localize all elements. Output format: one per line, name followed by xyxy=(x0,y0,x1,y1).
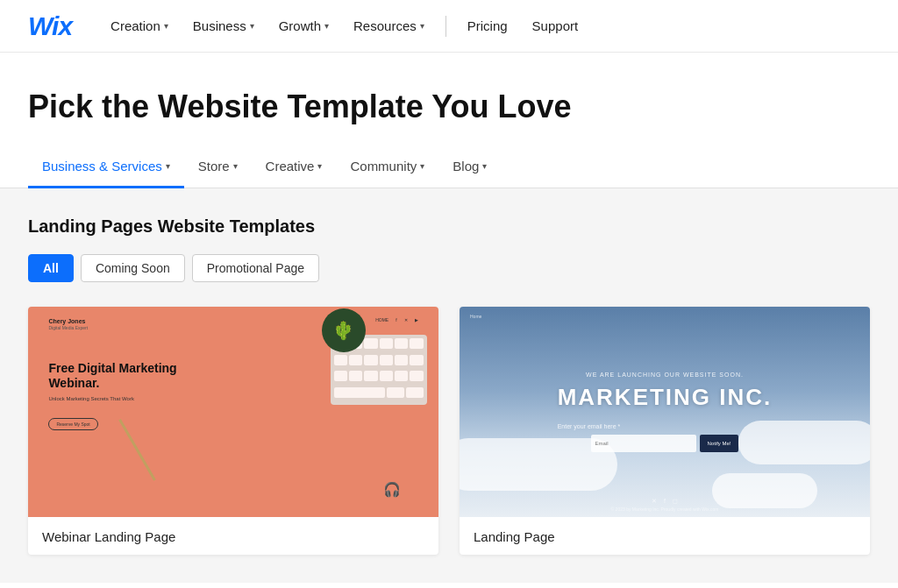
keyboard-key xyxy=(406,387,424,398)
social-instagram-icon: ◻ xyxy=(673,498,678,505)
chevron-down-icon: ▾ xyxy=(317,161,322,171)
chevron-down-icon: ▾ xyxy=(324,21,329,31)
nav-business[interactable]: Business ▾ xyxy=(182,11,265,40)
webinar-social-tw: ✕ xyxy=(404,317,408,322)
webinar-social-fb: f xyxy=(396,317,396,322)
page-title: Pick the Website Template You Love xyxy=(28,88,870,125)
template-grid: Chery Jones Digital Media Expert HOME f … xyxy=(28,307,870,555)
chevron-down-icon: ▾ xyxy=(250,21,254,31)
keyboard-key xyxy=(395,338,408,349)
webinar-accessories-decoration: 🎧 xyxy=(383,481,401,498)
marketing-preview: Home WE ARE LAUNCHING OUR WEBSITE SOON. … xyxy=(460,307,870,517)
webinar-subtext: Unlock Marketing Secrets That Work xyxy=(48,396,176,401)
template-name-webinar: Webinar Landing Page xyxy=(28,517,438,555)
category-tabs: Business & Services ▾ Store ▾ Creative ▾… xyxy=(0,146,898,188)
marketing-header: Home xyxy=(470,314,481,319)
marketing-footer-text: © 2023 by Marketing Inc. Proudly created… xyxy=(611,507,719,512)
keyboard-key xyxy=(395,355,408,365)
tab-blog[interactable]: Blog ▾ xyxy=(438,146,501,188)
keyboard-key xyxy=(380,355,393,365)
keyboard-key xyxy=(387,387,404,398)
filter-promotional-button[interactable]: Promotional Page xyxy=(192,254,319,282)
main-content: Landing Pages Website Templates All Comi… xyxy=(0,188,898,583)
wix-logo[interactable]: Wix xyxy=(28,11,72,41)
chevron-down-icon: ▾ xyxy=(420,161,424,171)
social-twitter-icon: ✕ xyxy=(652,498,657,505)
tab-creative[interactable]: Creative ▾ xyxy=(252,146,337,188)
chevron-down-icon: ▾ xyxy=(164,21,168,31)
webinar-nav: HOME f ✕ ▶ xyxy=(375,317,417,322)
keyboard-key xyxy=(349,371,362,381)
nav-divider xyxy=(445,16,446,37)
section-title: Landing Pages Website Templates xyxy=(28,216,870,237)
marketing-social-icons: ✕ f ◻ xyxy=(652,498,678,505)
keyboard-key xyxy=(380,371,393,381)
nav-support[interactable]: Support xyxy=(522,11,589,40)
marketing-notify-button: Notify Me! xyxy=(700,435,738,452)
keyboard-key xyxy=(410,355,423,365)
webinar-preview-inner: Chery Jones Digital Media Expert HOME f … xyxy=(48,317,417,507)
keyboard-key xyxy=(410,338,423,349)
template-card-webinar[interactable]: Chery Jones Digital Media Expert HOME f … xyxy=(28,307,438,555)
marketing-email-form: Notify Me! xyxy=(558,435,773,452)
webinar-nav-home: HOME xyxy=(375,317,388,322)
template-thumbnail-landing: Home WE ARE LAUNCHING OUR WEBSITE SOON. … xyxy=(460,307,870,517)
keyboard-spacebar xyxy=(334,387,386,398)
hero-section: Pick the Website Template You Love xyxy=(0,53,898,146)
template-name-landing: Landing Page xyxy=(460,517,870,555)
webinar-headline: Free Digital MarketingWebinar. xyxy=(48,361,176,391)
marketing-brand-name: MARKETING INC. xyxy=(558,385,773,410)
cloud-decoration xyxy=(712,473,817,508)
nav-resources[interactable]: Resources ▾ xyxy=(343,11,435,40)
filter-coming-soon-button[interactable]: Coming Soon xyxy=(81,254,185,282)
chevron-down-icon: ▾ xyxy=(166,161,170,171)
chevron-down-icon: ▾ xyxy=(482,161,487,171)
marketing-content: WE ARE LAUNCHING OUR WEBSITE SOON. MARKE… xyxy=(558,372,773,453)
webinar-cta-button: Reserve My Spot xyxy=(48,418,97,430)
webinar-logo-sub: Digital Media Expert xyxy=(48,325,88,330)
webinar-preview: Chery Jones Digital Media Expert HOME f … xyxy=(28,307,438,517)
tab-store[interactable]: Store ▾ xyxy=(184,146,252,188)
marketing-launch-text: WE ARE LAUNCHING OUR WEBSITE SOON. xyxy=(558,372,773,378)
tab-community[interactable]: Community ▾ xyxy=(336,146,438,188)
webinar-logo-name: Chery Jones xyxy=(48,317,88,325)
webinar-acc-earphone: 🎧 xyxy=(383,481,401,498)
tab-business-services[interactable]: Business & Services ▾ xyxy=(28,146,184,188)
social-facebook-icon: f xyxy=(664,498,666,505)
webinar-content: Free Digital MarketingWebinar. Unlock Ma… xyxy=(48,361,176,430)
keyboard-row xyxy=(334,371,424,386)
webinar-logo: Chery Jones Digital Media Expert xyxy=(48,317,88,330)
top-navigation: Wix Creation ▾ Business ▾ Growth ▾ Resou… xyxy=(0,0,898,53)
keyboard-key xyxy=(334,371,347,381)
nav-pricing[interactable]: Pricing xyxy=(457,11,518,40)
keyboard-row xyxy=(334,387,424,402)
keyboard-key xyxy=(410,371,423,381)
filter-buttons-group: All Coming Soon Promotional Page xyxy=(28,254,870,282)
keyboard-key xyxy=(395,371,408,381)
chevron-down-icon: ▾ xyxy=(420,21,424,31)
template-thumbnail-webinar: Chery Jones Digital Media Expert HOME f … xyxy=(28,307,438,517)
keyboard-key xyxy=(334,355,347,365)
marketing-email-label: Enter your email here * xyxy=(558,423,773,429)
keyboard-key xyxy=(364,371,377,381)
keyboard-key xyxy=(380,338,393,349)
filter-all-button[interactable]: All xyxy=(28,254,74,282)
keyboard-row xyxy=(334,355,424,370)
keyboard-key xyxy=(349,355,362,365)
chevron-down-icon: ▾ xyxy=(233,161,238,171)
webinar-social-yt: ▶ xyxy=(415,317,418,322)
template-card-landing[interactable]: Home WE ARE LAUNCHING OUR WEBSITE SOON. … xyxy=(460,307,870,555)
keyboard-key xyxy=(364,338,377,349)
nav-growth[interactable]: Growth ▾ xyxy=(268,11,339,40)
webinar-plant-decoration: 🌵 xyxy=(322,308,366,352)
nav-items-group: Creation ▾ Business ▾ Growth ▾ Resources… xyxy=(100,11,870,40)
marketing-email-input[interactable] xyxy=(591,435,696,452)
nav-creation[interactable]: Creation ▾ xyxy=(100,11,179,40)
keyboard-key xyxy=(364,355,377,365)
